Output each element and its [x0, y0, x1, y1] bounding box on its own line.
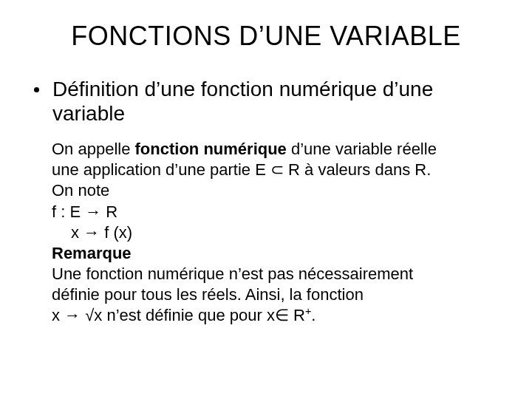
bold-remark: Remarque: [52, 244, 132, 262]
body-line-8: définie pour tous les réels. Ainsi, la f…: [52, 284, 497, 305]
body-line-4: f : E → R: [52, 202, 497, 222]
body-line-2: une application d’une partie E ⊂ R à val…: [52, 160, 497, 180]
body-text: On appelle fonction numérique d’une vari…: [52, 139, 497, 326]
body-line-3: On note: [52, 180, 497, 201]
text: d’une variable réelle: [287, 140, 437, 158]
text: .: [311, 306, 316, 324]
slide-title: FONCTIONS D’UNE VARIABLE: [35, 21, 497, 52]
body-line-1: On appelle fonction numérique d’une vari…: [52, 139, 497, 160]
body-line-7: Une fonction numérique n’est pas nécessa…: [52, 264, 497, 284]
bullet-item: Définition d’une fonction numérique d’un…: [35, 77, 497, 126]
body-line-6: Remarque: [52, 243, 497, 264]
superscript-plus: +: [305, 305, 311, 317]
text: x → √x n’est définie que pour x∈ R: [52, 306, 305, 324]
body-line-9: x → √x n’est définie que pour x∈ R+.: [52, 305, 497, 326]
bullet-dot-icon: [34, 87, 39, 92]
body-line-5: x → f (x): [52, 222, 497, 243]
bullet-text: Définition d’une fonction numérique d’un…: [52, 77, 497, 126]
text: On appelle: [52, 140, 135, 158]
bold-term: fonction numérique: [135, 140, 287, 158]
slide: FONCTIONS D’UNE VARIABLE Définition d’un…: [0, 0, 532, 399]
